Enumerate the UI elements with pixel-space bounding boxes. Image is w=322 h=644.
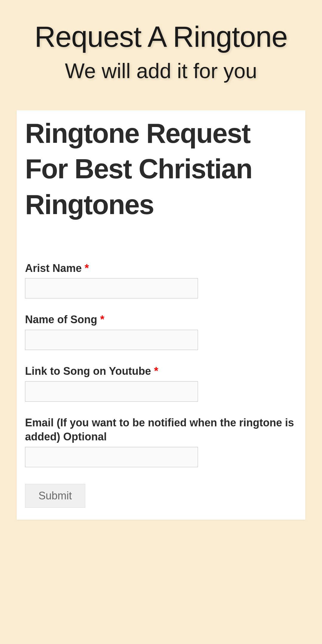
form-title: Ringtone Request For Best Christian Ring… — [25, 116, 297, 223]
youtube-label: Link to Song on Youtube * — [25, 364, 297, 378]
required-asterisk: * — [85, 262, 89, 274]
artist-label-text: Arist Name — [25, 262, 85, 274]
youtube-label-text: Link to Song on Youtube — [25, 365, 154, 377]
page-header: Request A Ringtone We will add it for yo… — [0, 0, 322, 110]
page-subtitle: We will add it for you — [9, 58, 313, 83]
artist-label: Arist Name * — [25, 261, 297, 275]
song-label-text: Name of Song — [25, 313, 100, 326]
song-input[interactable] — [25, 330, 198, 350]
form-card: Ringtone Request For Best Christian Ring… — [17, 110, 305, 520]
field-youtube: Link to Song on Youtube * — [25, 364, 297, 402]
artist-input[interactable] — [25, 278, 198, 298]
song-label: Name of Song * — [25, 313, 297, 327]
submit-button[interactable]: Submit — [25, 484, 85, 508]
required-asterisk: * — [100, 313, 104, 326]
youtube-input[interactable] — [25, 381, 198, 402]
field-artist: Arist Name * — [25, 261, 297, 299]
email-label: Email (If you want to be notified when t… — [25, 416, 297, 444]
field-email: Email (If you want to be notified when t… — [25, 416, 297, 467]
required-asterisk: * — [154, 365, 158, 377]
email-input[interactable] — [25, 447, 198, 467]
page-title: Request A Ringtone — [9, 21, 313, 53]
email-label-text: Email (If you want to be notified when t… — [25, 417, 294, 443]
field-song: Name of Song * — [25, 313, 297, 350]
